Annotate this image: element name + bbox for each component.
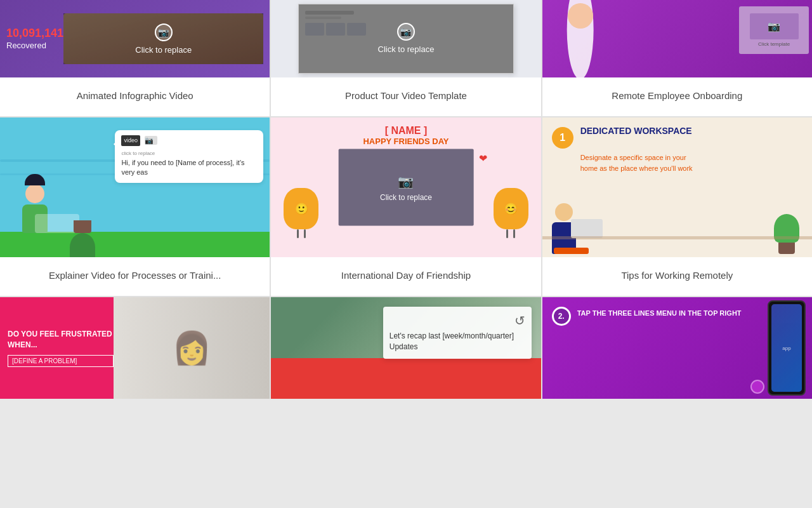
speech-bubble: video 📷 click to replace Hi, if you need… xyxy=(115,130,263,183)
thumbnail-animated-infographic: 10,091,141 Recovered 📷 Click to replace xyxy=(0,0,270,77)
phone-scene: 2. TAP THE THREE LINES MENU IN THE TOP R… xyxy=(542,297,812,399)
recap-red-bar xyxy=(271,358,540,399)
thumbnail-remote-employee: 📷 Click template xyxy=(542,0,812,77)
card-recap[interactable]: ↺ Let's recap last [week/month/quarter] … xyxy=(271,297,540,399)
thumbnail-tips-remotely: 1 DEDICATED WORKSPACE Designate a specif… xyxy=(542,117,812,257)
friendship-photo-overlay[interactable]: 📷 Click to replace xyxy=(339,149,474,226)
friendship-name: [ NAME ] xyxy=(363,125,449,137)
card-friendship-day[interactable]: [ NAME ] HAPPY FRIENDS DAY 🙂 😊 xyxy=(271,117,540,296)
thumbnail-explainer-video: video 📷 click to replace Hi, if you need… xyxy=(0,117,270,257)
card-animated-infographic[interactable]: 10,091,141 Recovered 📷 Click to replace … xyxy=(0,0,270,116)
explainer-scene: video 📷 click to replace Hi, if you need… xyxy=(0,117,270,257)
click-replace-overlay-1[interactable]: 📷 Click to replace xyxy=(63,13,263,64)
friendship-scene: [ NAME ] HAPPY FRIENDS DAY 🙂 😊 xyxy=(271,117,540,257)
phone-screen: app xyxy=(771,304,802,392)
frustrated-left-panel: DO YOU FEEL FRUSTRATED WHEN... [DEFINE A… xyxy=(0,297,121,399)
card-label-friendship-day: International Day of Friendship xyxy=(271,257,540,296)
recap-text: Let's recap last [week/month/quarter] Up… xyxy=(390,331,525,352)
remote-mockup: 📷 Click template xyxy=(739,6,809,54)
tips-title: DEDICATED WORKSPACE xyxy=(580,125,692,137)
recap-scene: ↺ Let's recap last [week/month/quarter] … xyxy=(271,297,540,399)
card-label-product-tour: Product Tour Video Template xyxy=(271,77,540,116)
phone-badge: 2. xyxy=(552,307,571,326)
tips-body: Designate a specific space in your home … xyxy=(580,152,695,173)
friendship-click-replace: Click to replace xyxy=(380,192,432,201)
card-label-animated-infographic: Animated Infographic Video xyxy=(0,77,270,116)
stat-label: Recovered xyxy=(6,41,63,51)
template-grid: 10,091,141 Recovered 📷 Click to replace … xyxy=(0,0,812,399)
card-tips-remotely[interactable]: 1 DEDICATED WORKSPACE Designate a specif… xyxy=(542,117,812,296)
tips-scene: 1 DEDICATED WORKSPACE Designate a specif… xyxy=(542,117,812,257)
card-explainer-video[interactable]: video 📷 click to replace Hi, if you need… xyxy=(0,117,270,296)
card-product-tour[interactable]: 📷 Click to replace Product Tour Video Te… xyxy=(271,0,540,116)
speech-text: Hi, if you need to [Name of process], it… xyxy=(121,158,257,178)
infographic-right: 📷 Click to replace xyxy=(63,13,263,64)
camera-icon-2: 📷 xyxy=(397,23,415,41)
card-remote-employee[interactable]: 📷 Click template Remote Employee Onboard… xyxy=(542,0,812,116)
bird-left: 🙂 xyxy=(284,188,318,238)
camera-icon-1: 📷 xyxy=(155,23,173,41)
phone-mockup: app xyxy=(768,300,806,396)
card-label-tips-remotely: Tips for Working Remotely xyxy=(542,257,812,296)
mock-label: Click template xyxy=(758,41,790,47)
tap-text: TAP THE THREE LINES MENU IN THE TOP RIGH… xyxy=(577,309,761,318)
card-frustrated[interactable]: DO YOU FEEL FRUSTRATED WHEN... [DEFINE A… xyxy=(0,297,270,399)
product-tour-inner: 📷 Click to replace xyxy=(298,4,514,74)
frustrated-person: 👩 xyxy=(114,297,270,399)
friendship-day-label: HAPPY FRIENDS DAY xyxy=(363,137,449,146)
card-label-remote-employee: Remote Employee Onboarding xyxy=(542,77,812,116)
thumbnail-friendship-day: [ NAME ] HAPPY FRIENDS DAY 🙂 😊 xyxy=(271,117,540,257)
frustrated-text: DO YOU FEEL FRUSTRATED WHEN... xyxy=(8,329,114,351)
thumbnail-recap: ↺ Let's recap last [week/month/quarter] … xyxy=(271,297,540,399)
card-label-explainer-video: Explainer Video for Processes or Traini.… xyxy=(0,257,270,296)
card-phone-app[interactable]: 2. TAP THE THREE LINES MENU IN THE TOP R… xyxy=(542,297,812,399)
bird-right: 😊 xyxy=(494,188,528,238)
mock-inner: 📷 xyxy=(750,13,799,39)
click-replace-overlay-2[interactable]: 📷 Click to replace xyxy=(299,4,513,73)
click-replace-label-2: Click to replace xyxy=(378,44,435,54)
stat-number: 10,091,141 xyxy=(6,27,63,41)
click-replace-label-1: Click to replace xyxy=(135,45,192,55)
thumbnail-phone-app: 2. TAP THE THREE LINES MENU IN THE TOP R… xyxy=(542,297,812,399)
frustrated-scene: DO YOU FEEL FRUSTRATED WHEN... [DEFINE A… xyxy=(0,297,270,399)
thumbnail-product-tour: 📷 Click to replace xyxy=(271,0,540,77)
thumbnail-frustrated: DO YOU FEEL FRUSTRATED WHEN... [DEFINE A… xyxy=(0,297,270,399)
infographic-stat: 10,091,141 Recovered xyxy=(6,27,63,50)
tips-badge: 1 xyxy=(552,127,573,149)
explainer-ground xyxy=(0,232,270,257)
tips-plant xyxy=(774,214,799,254)
frustrated-define: [DEFINE A PROBLEM] xyxy=(8,355,114,367)
